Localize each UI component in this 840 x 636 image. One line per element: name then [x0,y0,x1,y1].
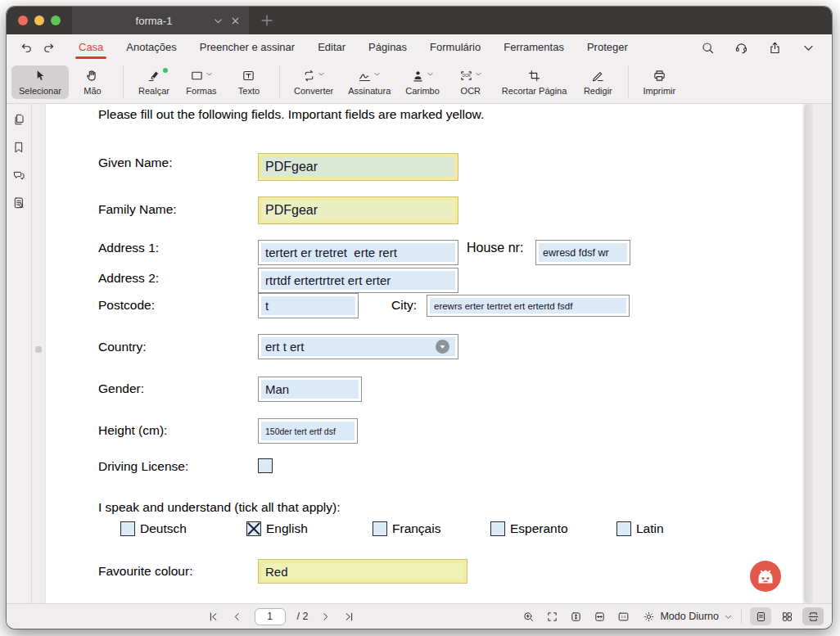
toolbar-divider [628,65,629,98]
bookmarks-panel-button[interactable] [10,139,28,156]
vertical-scrollbar[interactable] [802,104,832,603]
signature-icon [358,69,372,83]
convert-cycle-icon [302,69,316,83]
next-page-icon[interactable] [319,611,332,623]
form-fields-panel-button[interactable] [10,195,28,211]
country-dropdown[interactable]: ert t ert [258,334,458,359]
minimize-window-button[interactable] [34,16,44,25]
close-window-button[interactable] [18,16,28,25]
form-intro-text: Please fill out the following fields. Im… [98,107,484,122]
zoom-window-button[interactable] [51,16,61,25]
undo-icon[interactable] [20,41,34,55]
tab-casa[interactable]: Casa [67,34,115,61]
single-page-view-button[interactable] [750,607,771,625]
francais-label: Français [392,521,440,536]
city-input[interactable] [427,295,630,317]
two-page-view-button[interactable] [776,607,797,625]
chevron-down-icon [373,70,381,78]
address2-label: Address 2: [98,271,159,286]
page-number-input[interactable] [255,608,286,625]
esperanto-checkbox[interactable] [490,521,505,536]
tab-formulario[interactable]: Formulário [418,34,492,61]
tab-close-icon[interactable] [230,16,241,26]
redact-button[interactable]: Redigir [574,65,621,99]
shapes-tool-button[interactable]: Formas [178,65,225,99]
latin-label: Latin [636,521,664,536]
tab-proteger[interactable]: Proteger [576,34,639,61]
tab-editar[interactable]: Editar [306,34,357,61]
tab-paginas[interactable]: Páginas [357,34,418,61]
assistant-robot-button[interactable] [750,561,781,592]
main-area: Please fill out the following fields. Im… [7,104,832,603]
chevron-down-icon [475,70,482,78]
previous-page-icon[interactable] [231,611,243,623]
tab-chevron-down-icon[interactable] [213,16,224,26]
fit-height-icon[interactable] [570,611,582,623]
stamp-tool-button[interactable]: Carimbo [398,65,447,99]
gender-input[interactable] [258,377,362,402]
collapse-toolbar-chevron-icon[interactable] [802,41,815,55]
hand-tool-button[interactable]: Mão [69,65,116,99]
driving-license-checkbox[interactable] [258,458,273,473]
comments-panel-button[interactable] [10,167,28,183]
first-page-icon[interactable] [207,611,219,623]
gender-label: Gender: [98,381,144,396]
chevron-down-icon [205,70,213,78]
select-tool-button[interactable]: Selecionar [11,65,69,99]
tab-preencher-e-assinar[interactable]: Preencher e assinar [188,34,306,61]
address1-input[interactable] [258,240,458,265]
ocr-tool-button[interactable]: OCR OCR [447,65,495,99]
fit-width-icon[interactable] [594,611,606,623]
redo-icon[interactable] [42,41,56,55]
text-box-icon [242,69,255,83]
address2-input[interactable] [258,268,458,293]
display-mode-selector[interactable]: Modo Diurno [643,611,733,623]
new-tab-button[interactable] [259,12,275,29]
deutsch-label: Deutsch [140,521,187,536]
actual-size-icon[interactable]: 1:1 [617,611,630,623]
latin-checkbox[interactable] [616,521,631,536]
support-headset-icon[interactable] [734,41,748,55]
crop-page-button[interactable]: Recortar Página [495,65,575,99]
scrollbar-thumb[interactable] [804,104,813,603]
shape-rectangle-icon [190,69,204,83]
highlight-tool-button[interactable]: Realçar [130,65,178,99]
svg-text:OCR: OCR [462,74,471,78]
continuous-scroll-view-button[interactable] [802,607,824,625]
document-viewer[interactable]: Please fill out the following fields. Im… [46,104,802,603]
given-name-input[interactable] [258,153,458,181]
family-name-input[interactable] [258,196,458,224]
favourite-colour-input[interactable] [258,559,467,584]
house-nr-input[interactable] [535,240,630,265]
redact-pen-icon [591,69,605,83]
sun-icon [643,611,655,623]
last-page-icon[interactable] [343,611,355,623]
english-checkbox[interactable] [246,521,261,536]
thumbnails-panel-button[interactable] [10,111,28,128]
tools-toolbar: Selecionar Mão Realçar Formas Texto Conv… [7,61,832,104]
family-name-label: Family Name: [98,202,177,217]
ocr-scan-icon: OCR [459,69,473,83]
tab-anotacoes[interactable]: Anotações [115,34,187,61]
signature-tool-button[interactable]: Assinatura [341,65,398,99]
share-icon[interactable] [768,41,782,55]
text-tool-button[interactable]: Texto [225,65,273,99]
page-navigation: / 2 [207,608,356,625]
stamp-person-icon [411,69,425,83]
deutsch-checkbox[interactable] [120,521,135,536]
zoom-in-icon[interactable] [522,611,535,623]
language-option-esperanto: Esperanto [490,521,568,536]
panel-resize-handle[interactable] [35,346,42,353]
cursor-arrow-icon [33,69,47,83]
postcode-input[interactable] [258,293,359,318]
francais-checkbox[interactable] [373,521,387,536]
print-button[interactable]: Imprimir [635,65,683,99]
dropdown-arrow-icon [436,340,449,354]
search-icon[interactable] [701,41,715,55]
fit-page-icon[interactable] [546,611,558,623]
document-tab[interactable]: forma-1 [72,7,249,34]
tab-ferramentas[interactable]: Ferramentas [492,34,576,61]
ribbon-tabs: Casa Anotações Preencher e assinar Edita… [67,34,639,61]
height-input[interactable] [258,418,358,444]
convert-tool-button[interactable]: Converter [287,65,341,99]
